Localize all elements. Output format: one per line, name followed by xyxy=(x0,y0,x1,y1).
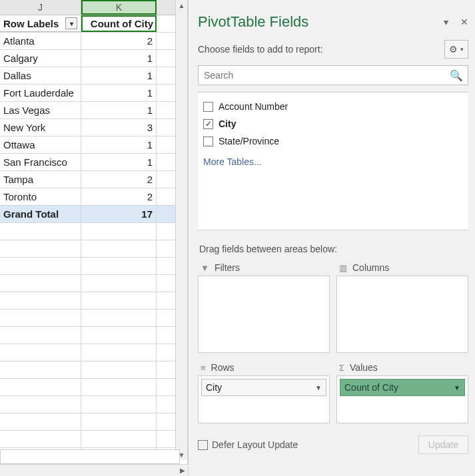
sigma-icon: Σ xyxy=(339,363,344,373)
search-icon: 🔍 xyxy=(450,69,463,82)
values-dropzone[interactable]: Count of City▼ xyxy=(336,375,468,423)
empty-cell[interactable] xyxy=(81,413,157,430)
empty-cell[interactable] xyxy=(0,396,81,413)
empty-cell[interactable] xyxy=(81,379,157,395)
empty-cell[interactable] xyxy=(81,223,157,240)
columns-label: Columns xyxy=(352,262,389,273)
field-label: Account Number xyxy=(219,101,288,112)
filters-dropzone[interactable] xyxy=(198,276,330,353)
empty-cell[interactable] xyxy=(81,327,157,344)
empty-row xyxy=(0,223,187,240)
pivot-count-header-cell[interactable]: Count of City xyxy=(81,15,157,32)
pivot-row-value[interactable]: 2 xyxy=(81,171,157,188)
empty-cell[interactable] xyxy=(0,310,81,326)
scroll-up-icon[interactable]: ▲ xyxy=(177,0,187,11)
empty-cell[interactable] xyxy=(0,223,81,240)
empty-row xyxy=(0,361,187,379)
column-headers: J K xyxy=(0,0,187,15)
pivot-row-value[interactable]: 1 xyxy=(81,136,157,153)
empty-row xyxy=(0,379,187,396)
more-tables-link[interactable]: More Tables... xyxy=(198,150,468,174)
pivot-row-label[interactable]: New York xyxy=(0,119,81,136)
pivot-row-value[interactable]: 1 xyxy=(81,85,157,101)
pivot-row-label[interactable]: Atlanta xyxy=(0,33,81,49)
field-checkbox[interactable] xyxy=(203,136,213,146)
pivot-total-value[interactable]: 17 xyxy=(81,206,157,222)
table-row: New York3 xyxy=(0,119,187,136)
empty-cell[interactable] xyxy=(81,431,157,447)
pivot-row-label[interactable]: San Francisco xyxy=(0,154,81,170)
columns-dropzone[interactable] xyxy=(336,276,468,353)
pivot-row-value[interactable]: 1 xyxy=(81,154,157,170)
drag-caption: Drag fields between areas below: xyxy=(198,230,468,260)
pivot-row-label[interactable]: Fort Lauderdale xyxy=(0,85,81,101)
vertical-scrollbar[interactable]: ▲ ▼ xyxy=(175,0,187,460)
table-row: Las Vegas1 xyxy=(0,102,187,119)
pivot-row-value[interactable]: 2 xyxy=(81,188,157,205)
pivot-row-label[interactable]: Dallas xyxy=(0,67,81,84)
empty-row xyxy=(0,240,187,258)
pivot-row-label[interactable]: Tampa xyxy=(0,171,81,188)
pivot-row-value[interactable]: 2 xyxy=(81,33,157,49)
rows-dropzone[interactable]: City▼ xyxy=(198,375,330,423)
pivot-total-label[interactable]: Grand Total xyxy=(0,206,81,222)
field-checkbox[interactable]: ✓ xyxy=(203,119,213,129)
empty-row xyxy=(0,292,187,310)
empty-cell[interactable] xyxy=(0,431,81,447)
empty-cell[interactable] xyxy=(0,292,81,309)
empty-cell[interactable] xyxy=(81,310,157,326)
pivot-rowlabels-header[interactable]: Row Labels ▾ xyxy=(0,15,81,32)
rowlabels-filter-button[interactable]: ▾ xyxy=(65,17,77,29)
empty-cell[interactable] xyxy=(0,379,81,395)
empty-cell[interactable] xyxy=(81,258,157,274)
pane-settings-button[interactable]: ⚙ ▾ xyxy=(444,40,468,59)
pivot-row-label[interactable]: Calgary xyxy=(0,50,81,67)
empty-cell[interactable] xyxy=(0,240,81,257)
column-header-j[interactable]: J xyxy=(0,0,81,15)
empty-cell[interactable] xyxy=(81,344,157,361)
update-button[interactable]: Update xyxy=(418,435,468,454)
chevron-down-icon[interactable]: ▼ xyxy=(454,384,460,391)
empty-cell[interactable] xyxy=(0,361,81,378)
pane-header: PivotTable Fields ▾ ✕ xyxy=(198,4,468,37)
field-search-input[interactable] xyxy=(198,65,468,85)
horizontal-scrollbar[interactable]: ▶ xyxy=(0,464,188,476)
empty-cell[interactable] xyxy=(81,275,157,292)
pivot-row-value[interactable]: 1 xyxy=(81,50,157,67)
field-label: State/Province xyxy=(219,136,279,146)
column-header-k[interactable]: K xyxy=(81,0,157,15)
empty-cell[interactable] xyxy=(0,327,81,344)
empty-cell[interactable] xyxy=(0,413,81,430)
empty-cell[interactable] xyxy=(81,396,157,413)
empty-cell[interactable] xyxy=(0,275,81,292)
field-item[interactable]: Account Number xyxy=(198,98,468,115)
grid-body: Row Labels ▾ Count of City Atlanta2Calga… xyxy=(0,15,187,476)
worksheet-area: J K Row Labels ▾ Count of City Atlanta2C… xyxy=(0,0,188,476)
pivot-row-label[interactable]: Ottawa xyxy=(0,136,81,153)
scroll-right-icon[interactable]: ▶ xyxy=(177,465,188,476)
empty-row xyxy=(0,396,187,413)
empty-cell[interactable] xyxy=(81,292,157,309)
chevron-down-icon[interactable]: ▼ xyxy=(315,384,322,391)
area-field-pill[interactable]: Count of City▼ xyxy=(340,379,465,396)
values-area: ΣValues Count of City▼ xyxy=(336,359,468,423)
pane-menu-icon[interactable]: ▾ xyxy=(444,17,448,27)
pivot-row-label[interactable]: Las Vegas xyxy=(0,102,81,119)
empty-cell[interactable] xyxy=(81,240,157,257)
empty-cell[interactable] xyxy=(0,258,81,274)
empty-cell[interactable] xyxy=(81,361,157,378)
pivot-row-value[interactable]: 3 xyxy=(81,119,157,136)
pane-close-icon[interactable]: ✕ xyxy=(460,17,468,27)
defer-checkbox[interactable] xyxy=(198,440,208,450)
area-field-pill[interactable]: City▼ xyxy=(201,379,326,396)
pivot-total-row: Grand Total 17 xyxy=(0,206,187,223)
pivot-row-value[interactable]: 1 xyxy=(81,102,157,119)
field-item[interactable]: ✓City xyxy=(198,115,468,132)
pivot-row-value[interactable]: 1 xyxy=(81,67,157,84)
table-row: Ottawa1 xyxy=(0,136,187,154)
field-checkbox[interactable] xyxy=(203,102,213,112)
empty-cell[interactable] xyxy=(0,344,81,361)
field-item[interactable]: State/Province xyxy=(198,132,468,150)
pivot-row-label[interactable]: Toronto xyxy=(0,188,81,205)
table-row: Calgary1 xyxy=(0,50,187,67)
